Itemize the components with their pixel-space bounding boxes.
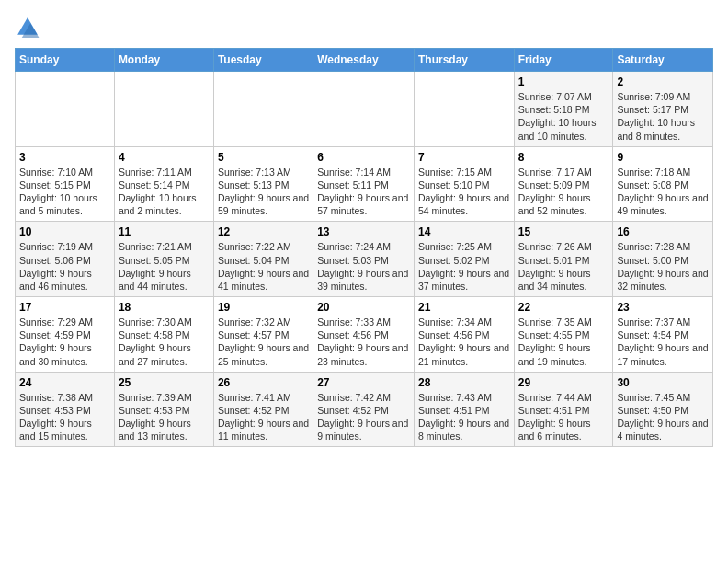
day-info: Sunrise: 7:30 AM Sunset: 4:58 PM Dayligh… (119, 316, 210, 368)
day-number: 26 (218, 376, 309, 389)
calendar-header-row: SundayMondayTuesdayWednesdayThursdayFrid… (16, 49, 713, 72)
calendar-cell: 26Sunrise: 7:41 AM Sunset: 4:52 PM Dayli… (213, 372, 313, 447)
calendar-cell (213, 72, 313, 147)
calendar-cell: 25Sunrise: 7:39 AM Sunset: 4:53 PM Dayli… (114, 372, 213, 447)
calendar-cell: 29Sunrise: 7:44 AM Sunset: 4:51 PM Dayli… (514, 372, 613, 447)
day-info: Sunrise: 7:25 AM Sunset: 5:02 PM Dayligh… (418, 240, 510, 293)
day-number: 25 (119, 376, 210, 389)
calendar-table: SundayMondayTuesdayWednesdayThursdayFrid… (15, 48, 713, 447)
calendar-cell: 20Sunrise: 7:33 AM Sunset: 4:56 PM Dayli… (313, 297, 415, 373)
day-info: Sunrise: 7:11 AM Sunset: 5:14 PM Dayligh… (119, 166, 210, 218)
calendar-cell (414, 72, 514, 147)
day-number: 1 (518, 75, 609, 88)
calendar-cell (16, 72, 115, 147)
calendar-cell: 4Sunrise: 7:11 AM Sunset: 5:14 PM Daylig… (114, 146, 213, 222)
calendar-cell: 6Sunrise: 7:14 AM Sunset: 5:11 PM Daylig… (313, 146, 415, 222)
day-info: Sunrise: 7:34 AM Sunset: 4:56 PM Dayligh… (418, 316, 510, 368)
calendar-week-row: 17Sunrise: 7:29 AM Sunset: 4:59 PM Dayli… (16, 297, 713, 373)
calendar-cell: 17Sunrise: 7:29 AM Sunset: 4:59 PM Dayli… (16, 297, 115, 373)
calendar-cell: 15Sunrise: 7:26 AM Sunset: 5:01 PM Dayli… (514, 222, 613, 297)
calendar-cell: 12Sunrise: 7:22 AM Sunset: 5:04 PM Dayli… (213, 222, 313, 297)
calendar-week-row: 24Sunrise: 7:38 AM Sunset: 4:53 PM Dayli… (16, 372, 713, 447)
calendar-header-cell: Wednesday (313, 49, 415, 72)
day-number: 2 (617, 75, 709, 88)
day-info: Sunrise: 7:28 AM Sunset: 5:00 PM Dayligh… (617, 240, 709, 293)
calendar-cell: 30Sunrise: 7:45 AM Sunset: 4:50 PM Dayli… (613, 372, 713, 447)
day-info: Sunrise: 7:21 AM Sunset: 5:05 PM Dayligh… (119, 240, 210, 293)
calendar-body: 1Sunrise: 7:07 AM Sunset: 5:18 PM Daylig… (16, 72, 713, 447)
day-info: Sunrise: 7:13 AM Sunset: 5:13 PM Dayligh… (218, 166, 309, 218)
day-info: Sunrise: 7:39 AM Sunset: 4:53 PM Dayligh… (119, 391, 210, 443)
day-number: 22 (518, 301, 609, 314)
day-number: 20 (317, 301, 410, 314)
day-info: Sunrise: 7:15 AM Sunset: 5:10 PM Dayligh… (418, 166, 510, 218)
calendar-cell (313, 72, 415, 147)
calendar-cell: 1Sunrise: 7:07 AM Sunset: 5:18 PM Daylig… (514, 72, 613, 147)
calendar-cell: 8Sunrise: 7:17 AM Sunset: 5:09 PM Daylig… (514, 146, 613, 222)
logo-icon (15, 15, 40, 40)
day-number: 30 (617, 376, 709, 389)
day-info: Sunrise: 7:29 AM Sunset: 4:59 PM Dayligh… (19, 316, 110, 368)
calendar-header-cell: Friday (514, 49, 613, 72)
day-info: Sunrise: 7:07 AM Sunset: 5:18 PM Dayligh… (518, 90, 609, 143)
day-info: Sunrise: 7:45 AM Sunset: 4:50 PM Dayligh… (617, 391, 709, 443)
day-number: 18 (119, 301, 210, 314)
day-number: 5 (218, 151, 309, 164)
day-info: Sunrise: 7:17 AM Sunset: 5:09 PM Dayligh… (518, 166, 609, 218)
calendar-cell: 21Sunrise: 7:34 AM Sunset: 4:56 PM Dayli… (414, 297, 514, 373)
day-number: 15 (518, 225, 609, 238)
day-info: Sunrise: 7:44 AM Sunset: 4:51 PM Dayligh… (518, 391, 609, 443)
page-header (15, 15, 713, 40)
day-number: 12 (218, 225, 309, 238)
day-info: Sunrise: 7:19 AM Sunset: 5:06 PM Dayligh… (19, 240, 110, 293)
day-number: 8 (518, 151, 609, 164)
day-number: 4 (119, 151, 210, 164)
calendar-cell: 22Sunrise: 7:35 AM Sunset: 4:55 PM Dayli… (514, 297, 613, 373)
day-number: 6 (317, 151, 410, 164)
calendar-header-cell: Tuesday (213, 49, 313, 72)
day-number: 17 (19, 301, 110, 314)
calendar-cell: 11Sunrise: 7:21 AM Sunset: 5:05 PM Dayli… (114, 222, 213, 297)
calendar-cell: 9Sunrise: 7:18 AM Sunset: 5:08 PM Daylig… (613, 146, 713, 222)
logo (15, 15, 44, 40)
calendar-cell: 2Sunrise: 7:09 AM Sunset: 5:17 PM Daylig… (613, 72, 713, 147)
calendar-header-cell: Thursday (414, 49, 514, 72)
calendar-header-cell: Monday (114, 49, 213, 72)
day-info: Sunrise: 7:09 AM Sunset: 5:17 PM Dayligh… (617, 90, 709, 143)
day-info: Sunrise: 7:43 AM Sunset: 4:51 PM Dayligh… (418, 391, 510, 443)
calendar-cell: 19Sunrise: 7:32 AM Sunset: 4:57 PM Dayli… (213, 297, 313, 373)
day-number: 16 (617, 225, 709, 238)
calendar-cell: 27Sunrise: 7:42 AM Sunset: 4:52 PM Dayli… (313, 372, 415, 447)
day-info: Sunrise: 7:26 AM Sunset: 5:01 PM Dayligh… (518, 240, 609, 293)
calendar-cell: 23Sunrise: 7:37 AM Sunset: 4:54 PM Dayli… (613, 297, 713, 373)
day-info: Sunrise: 7:41 AM Sunset: 4:52 PM Dayligh… (218, 391, 309, 443)
day-number: 13 (317, 225, 410, 238)
day-number: 3 (19, 151, 110, 164)
day-info: Sunrise: 7:38 AM Sunset: 4:53 PM Dayligh… (19, 391, 110, 443)
calendar-header-cell: Saturday (613, 49, 713, 72)
calendar-cell: 10Sunrise: 7:19 AM Sunset: 5:06 PM Dayli… (16, 222, 115, 297)
day-number: 19 (218, 301, 309, 314)
calendar-cell: 28Sunrise: 7:43 AM Sunset: 4:51 PM Dayli… (414, 372, 514, 447)
calendar-week-row: 1Sunrise: 7:07 AM Sunset: 5:18 PM Daylig… (16, 72, 713, 147)
day-number: 10 (19, 225, 110, 238)
calendar-week-row: 10Sunrise: 7:19 AM Sunset: 5:06 PM Dayli… (16, 222, 713, 297)
calendar-cell: 18Sunrise: 7:30 AM Sunset: 4:58 PM Dayli… (114, 297, 213, 373)
day-info: Sunrise: 7:35 AM Sunset: 4:55 PM Dayligh… (518, 316, 609, 368)
calendar-cell (114, 72, 213, 147)
day-number: 9 (617, 151, 709, 164)
calendar-cell: 7Sunrise: 7:15 AM Sunset: 5:10 PM Daylig… (414, 146, 514, 222)
day-number: 7 (418, 151, 510, 164)
day-info: Sunrise: 7:42 AM Sunset: 4:52 PM Dayligh… (317, 391, 410, 443)
day-number: 27 (317, 376, 410, 389)
calendar-week-row: 3Sunrise: 7:10 AM Sunset: 5:15 PM Daylig… (16, 146, 713, 222)
day-number: 24 (19, 376, 110, 389)
calendar-cell: 16Sunrise: 7:28 AM Sunset: 5:00 PM Dayli… (613, 222, 713, 297)
day-number: 11 (119, 225, 210, 238)
day-info: Sunrise: 7:10 AM Sunset: 5:15 PM Dayligh… (19, 166, 110, 218)
calendar-header-cell: Sunday (16, 49, 115, 72)
day-number: 21 (418, 301, 510, 314)
day-number: 29 (518, 376, 609, 389)
calendar-cell: 13Sunrise: 7:24 AM Sunset: 5:03 PM Dayli… (313, 222, 415, 297)
day-number: 14 (418, 225, 510, 238)
